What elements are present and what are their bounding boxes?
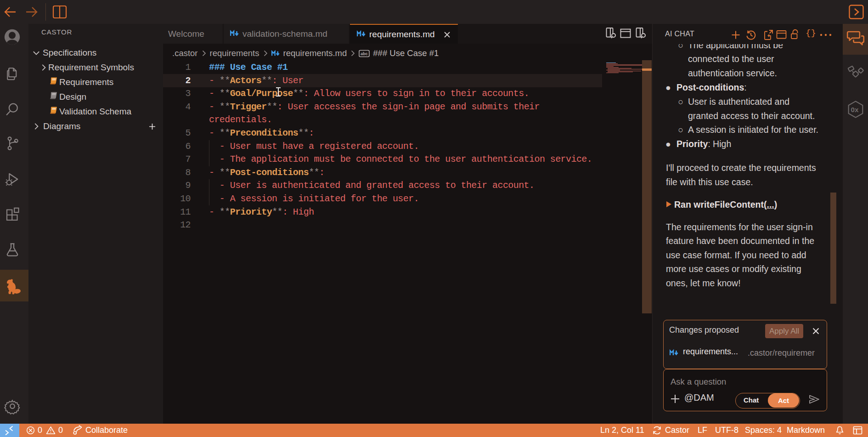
svg-text:abc: abc: [361, 51, 368, 56]
svg-text:0x: 0x: [851, 106, 858, 114]
